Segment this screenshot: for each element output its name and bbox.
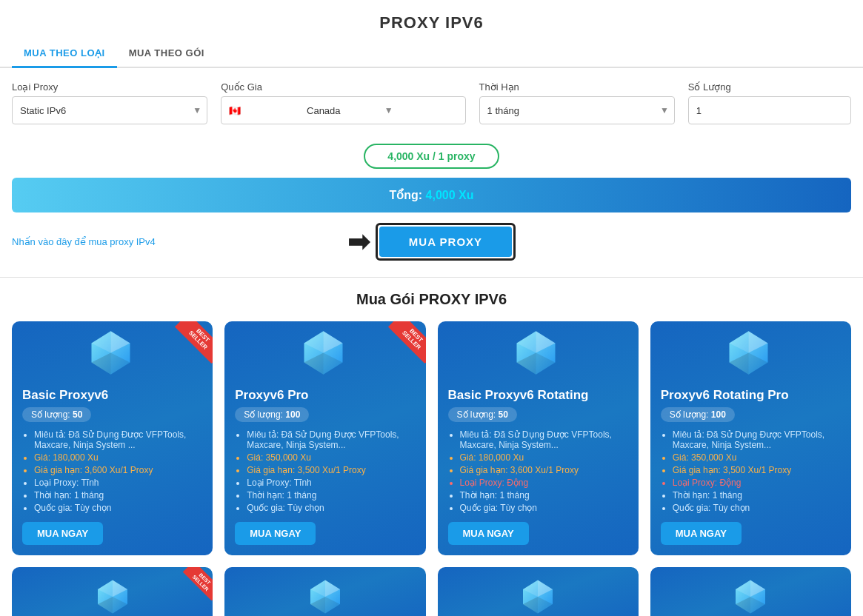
card-detail: Quốc gia: Tùy chọn	[247, 503, 415, 513]
card-detail: Miêu tả: Đã Sử Dụng Được VFPTools, Maxca…	[673, 429, 841, 450]
card-detail: Giá: 350,000 Xu	[673, 452, 841, 463]
loai-proxy-select[interactable]: Static IPv6 Rotating IPv6	[12, 96, 207, 124]
tab-theo-loai[interactable]: MUA THEO LOẠI	[12, 40, 117, 68]
card-badge: Số lượng: 100	[235, 407, 309, 422]
card-detail: Giá: 180,000 Xu	[34, 452, 202, 463]
loai-proxy-label: Loại Proxy	[12, 81, 207, 93]
card-badge: Số lượng: 50	[448, 407, 517, 422]
gem-icon	[87, 329, 139, 381]
tong-label: Tổng:	[389, 189, 422, 201]
quoc-gia-arrow-icon: ▼	[384, 105, 458, 116]
tong-bar: Tổng: 4,000 Xu	[12, 178, 851, 212]
so-luong-label: Số Lượng	[688, 81, 851, 93]
card-detail: Giá gia hạn: 3,600 Xu/1 Proxy	[460, 465, 628, 475]
price-badge: 4,000 Xu / 1 proxy	[364, 144, 499, 169]
card-detail: Quốc gia: Tùy chọn	[673, 503, 841, 513]
card-detail: Quốc gia: Tùy chọn	[460, 503, 628, 513]
so-luong-input[interactable]	[688, 96, 851, 124]
quoc-gia-select-wrapper[interactable]: 🇨🇦 Canada ▼	[221, 96, 465, 124]
so-luong-group: Số Lượng	[688, 81, 851, 124]
thoi-han-group: Thời Hạn 1 tháng 3 tháng 6 tháng ▼	[479, 81, 675, 124]
quoc-gia-label: Quốc Gia	[221, 81, 465, 93]
gem-icon	[299, 329, 351, 381]
card-detail: Loại Proxy: Động	[460, 478, 628, 488]
thoi-han-select[interactable]: 1 tháng 3 tháng 6 tháng	[479, 96, 675, 124]
card-body: Basic Proxyv6 Số lượng: 50 Miêu tả: Đã S…	[12, 388, 213, 513]
card-detail: Thời hạn: 1 tháng	[460, 490, 628, 500]
best-seller-ribbon: BESTSELLER	[381, 321, 426, 366]
best-seller-ribbon: BESTSELLER	[168, 321, 213, 366]
canada-flag-icon: 🇨🇦	[229, 105, 302, 116]
card-detail: Miêu tả: Đã Sử Dụng Được VFPTools, Maxca…	[247, 429, 415, 450]
card-buy-button[interactable]: MUA NGAY	[448, 522, 529, 545]
loai-proxy-select-wrapper: Static IPv6 Rotating IPv6 ▼	[12, 96, 207, 124]
card-details-list: Miêu tả: Đã Sử Dụng Được VFPTools, Maxca…	[661, 429, 841, 513]
card-details-list: Miêu tả: Đã Sử Dụng Được VFPTools, Maxca…	[448, 429, 628, 513]
card-details-list: Miêu tả: Đã Sử Dụng Được VFPTools, Maxca…	[22, 429, 202, 513]
card-body: Basic Proxyv6 Rotating Số lượng: 50 Miêu…	[438, 388, 639, 513]
product-card-proxyv6-rotating-pro: Proxyv6 Rotating Pro Số lượng: 100 Miêu …	[650, 321, 851, 555]
card-mini-card-r2-4	[650, 567, 851, 616]
card-detail: Miêu tả: Đã Sử Dụng Được VFPTools, Maxca…	[34, 429, 202, 450]
mini-gem-icon	[732, 578, 769, 615]
page-title: PROXY IPV6	[0, 0, 863, 40]
mini-best-seller-ribbon: BESTSELLER	[179, 567, 213, 600]
buy-btn-wrap: MUA PROXY	[376, 223, 516, 261]
thoi-han-label: Thời Hạn	[479, 81, 675, 93]
gem-icon	[512, 329, 564, 381]
card-detail: Loại Proxy: Động	[673, 478, 841, 488]
tab-theo-goi[interactable]: MUA THEO GÓI	[117, 40, 216, 68]
purchase-form: Loại Proxy Static IPv6 Rotating IPv6 ▼ Q…	[0, 81, 863, 136]
action-row: Nhấn vào đây để mua proxy IPv4 ➡ MUA PRO…	[0, 223, 863, 274]
card-title: Proxyv6 Pro	[235, 388, 415, 403]
card-buy-button[interactable]: MUA NGAY	[661, 522, 742, 545]
link-ipv4[interactable]: Nhấn vào đây để mua proxy IPv4	[12, 236, 156, 247]
card-detail: Thời hạn: 1 tháng	[673, 490, 841, 500]
mini-gem-icon	[519, 578, 556, 615]
card-details-list: Miêu tả: Đã Sử Dụng Được VFPTools, Maxca…	[235, 429, 415, 513]
card-detail: Giá gia hạn: 3,500 Xu/1 Proxy	[247, 465, 415, 475]
card-header: BESTSELLER	[224, 321, 425, 388]
loai-proxy-group: Loại Proxy Static IPv6 Rotating IPv6 ▼	[12, 81, 207, 124]
price-badge-wrap: 4,000 Xu / 1 proxy	[0, 144, 863, 169]
card-badge: Số lượng: 100	[661, 407, 735, 422]
gem-icon	[724, 329, 776, 381]
card-mini-card-r2-2	[224, 567, 425, 616]
arrow-right-icon: ➡	[347, 227, 370, 258]
quoc-gia-group: Quốc Gia 🇨🇦 Canada ▼	[221, 81, 465, 124]
cards-grid: BESTSELLER Basic Proxyv6 Số lượng: 50 Mi…	[0, 321, 863, 567]
product-card-basic-proxyv6-rotating: Basic Proxyv6 Rotating Số lượng: 50 Miêu…	[438, 321, 639, 555]
card-buy-button[interactable]: MUA NGAY	[22, 522, 103, 545]
card-header	[438, 321, 639, 388]
card-detail: Miêu tả: Đã Sử Dụng Được VFPTools, Maxca…	[460, 429, 628, 450]
card-title: Proxyv6 Rotating Pro	[661, 388, 841, 403]
card-header	[650, 321, 851, 388]
card-detail: Thời hạn: 1 tháng	[247, 490, 415, 500]
card-body: Proxyv6 Rotating Pro Số lượng: 100 Miêu …	[650, 388, 851, 513]
card-buy-button[interactable]: MUA NGAY	[235, 522, 316, 545]
buy-proxy-button[interactable]: MUA PROXY	[379, 227, 512, 257]
card-detail: Giá: 350,000 Xu	[247, 452, 415, 463]
tong-value: 4,000 Xu	[426, 189, 474, 201]
mini-gem-icon	[307, 578, 344, 615]
tabs: MUA THEO LOẠI MUA THEO GÓI	[0, 40, 863, 68]
card-detail: Loại Proxy: Tĩnh	[34, 478, 202, 488]
product-card-basic-proxyv6: BESTSELLER Basic Proxyv6 Số lượng: 50 Mi…	[12, 321, 213, 555]
card-body: Proxyv6 Pro Số lượng: 100 Miêu tả: Đã Sử…	[224, 388, 425, 513]
card-title: Basic Proxyv6	[22, 388, 202, 403]
card-detail: Quốc gia: Tùy chọn	[34, 503, 202, 513]
card-mini-card-r2-1: BESTSELLER	[12, 567, 213, 616]
card-mini-card-r2-3	[438, 567, 639, 616]
card-detail: Thời hạn: 1 tháng	[34, 490, 202, 500]
card-detail: Loại Proxy: Tĩnh	[247, 478, 415, 488]
card-header: BESTSELLER	[12, 321, 213, 388]
card-detail: Giá gia hạn: 3,600 Xu/1 Proxy	[34, 465, 202, 475]
thoi-han-select-wrapper: 1 tháng 3 tháng 6 tháng ▼	[479, 96, 675, 124]
quoc-gia-value: Canada	[307, 105, 380, 116]
cards-row2: BESTSELLER	[0, 567, 863, 616]
card-detail: Giá gia hạn: 3,500 Xu/1 Proxy	[673, 465, 841, 475]
card-detail: Giá: 180,000 Xu	[460, 452, 628, 463]
mini-gem-icon	[94, 578, 131, 615]
product-card-proxyv6-pro: BESTSELLER Proxyv6 Pro Số lượng: 100 Miê…	[224, 321, 425, 555]
section-divider	[0, 277, 863, 278]
